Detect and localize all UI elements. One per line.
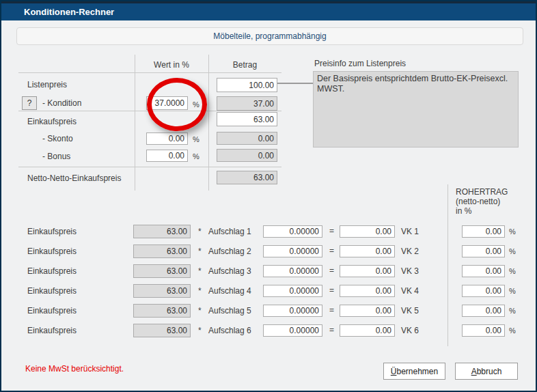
vk-label: VK 3 — [401, 266, 419, 276]
equals-sign: = — [329, 325, 334, 335]
skonto-percent-sign: % — [193, 135, 199, 143]
aufschlag-input[interactable] — [263, 324, 322, 337]
column-header-betrag: Betrag — [208, 60, 281, 70]
preisinfo-textbox: Der Basispreis entsprichtdem Brutto-EK-P… — [313, 71, 519, 148]
window-title: Konditionen-Rechner — [24, 7, 114, 17]
calc-row-3: Einkaufspreis * Aufschlag 3 = VK 3 % — [1, 264, 537, 279]
einkaufspreis-betrag-input[interactable] — [217, 112, 277, 126]
rohertrag-header-line1: ROHERTRAG — [456, 187, 508, 197]
vk-label: VK 4 — [401, 286, 419, 296]
listenpreis-betrag-input[interactable] — [217, 78, 277, 92]
kondition-wert-input[interactable] — [146, 96, 188, 110]
abbruch-label-rest: bbruch — [477, 367, 502, 376]
equals-sign: = — [329, 285, 334, 295]
vk-input[interactable] — [340, 324, 395, 337]
rohertrag-percent-sign: % — [509, 267, 516, 275]
listenpreis-connector-line — [277, 83, 314, 84]
calc-row-5: Einkaufspreis * Aufschlag 5 = VK 5 % — [1, 304, 537, 318]
rohertrag-header: ROHERTRAG (netto-netto) in % — [456, 187, 508, 216]
rohertrag-input[interactable] — [462, 245, 505, 257]
abbruch-accelerator: A — [471, 367, 477, 376]
aufschlag-input[interactable] — [263, 305, 322, 317]
aufschlag-input[interactable] — [263, 245, 322, 257]
bonus-percent-sign: % — [193, 152, 199, 160]
rohertrag-header-line3: in % — [456, 206, 508, 216]
rohertrag-input[interactable] — [462, 305, 505, 317]
rohertrag-percent-sign: % — [509, 227, 516, 236]
multiply-sign: * — [198, 286, 202, 296]
multiply-sign: * — [198, 266, 202, 276]
grid-hline-netto — [18, 167, 281, 167]
multiply-sign: * — [198, 306, 202, 316]
netto-netto-betrag-field — [217, 171, 277, 184]
skonto-betrag-field — [217, 132, 277, 145]
rohertrag-header-line2: (netto-netto) — [456, 197, 508, 206]
calc-row-1: Einkaufspreis * Aufschlag 1 = VK 1 % — [1, 225, 537, 239]
aufschlag-label: Aufschlag 3 — [208, 266, 251, 276]
program-banner: Möbelteile, programmabhängig — [16, 27, 523, 45]
calc-ek-field — [133, 225, 191, 238]
vk-input[interactable] — [340, 285, 395, 297]
rohertrag-input[interactable] — [462, 225, 505, 238]
calc-ek-label: Einkaufspreis — [27, 326, 77, 335]
kondition-percent-sign: % — [193, 100, 199, 109]
calc-ek-field — [133, 284, 191, 298]
bonus-betrag-field — [217, 149, 277, 162]
aufschlag-input[interactable] — [263, 265, 322, 277]
kondition-betrag-field — [217, 96, 277, 111]
rohertrag-input[interactable] — [462, 324, 505, 337]
vk-input[interactable] — [340, 265, 395, 277]
calc-ek-label: Einkaufspreis — [27, 247, 77, 256]
abbruch-button[interactable]: Abbruch — [455, 363, 518, 380]
column-header-wert: Wert in % — [135, 60, 208, 70]
calc-ek-field — [133, 264, 191, 278]
kondition-label: - Kondition — [42, 98, 81, 108]
rohertrag-percent-sign: % — [509, 326, 516, 335]
vk-label: VK 2 — [401, 247, 419, 256]
equals-sign: = — [329, 266, 334, 275]
listenpreis-label: Listenpreis — [27, 80, 67, 89]
aufschlag-label: Aufschlag 6 — [208, 326, 251, 335]
calc-ek-label: Einkaufspreis — [27, 306, 77, 316]
skonto-wert-input[interactable] — [146, 132, 188, 145]
einkaufspreis-label: Einkaufspreis — [27, 117, 77, 126]
vk-input[interactable] — [340, 305, 395, 317]
bonus-label: - Bonus — [42, 152, 70, 161]
uebernehmen-label-rest: bernehmen — [396, 367, 438, 376]
vk-label: VK 1 — [401, 227, 419, 236]
aufschlag-input[interactable] — [263, 285, 322, 297]
bonus-wert-input[interactable] — [146, 150, 188, 162]
vk-label: VK 5 — [401, 306, 419, 316]
aufschlag-label: Aufschlag 2 — [208, 247, 251, 256]
vk-input[interactable] — [340, 225, 395, 238]
skonto-label: - Skonto — [42, 134, 73, 143]
rohertrag-input[interactable] — [462, 285, 505, 297]
vk-label: VK 6 — [401, 326, 419, 335]
calc-ek-label: Einkaufspreis — [27, 266, 77, 276]
calc-ek-field — [133, 304, 191, 318]
banner-label: Möbelteile, programmabhängig — [213, 31, 326, 41]
rohertrag-percent-sign: % — [509, 287, 516, 295]
equals-sign: = — [329, 305, 334, 315]
grid-hline-header — [18, 72, 281, 73]
calc-ek-field — [133, 244, 191, 258]
grid-vline-wert — [135, 55, 135, 191]
calc-row-4: Einkaufspreis * Aufschlag 4 = VK 4 % — [1, 284, 537, 298]
konditionen-rechner-dialog: Konditionen-Rechner Möbelteile, programm… — [0, 0, 537, 392]
multiply-sign: * — [198, 326, 202, 335]
calc-ek-label: Einkaufspreis — [27, 286, 77, 296]
calc-row-2: Einkaufspreis * Aufschlag 2 = VK 2 % — [1, 244, 537, 259]
calc-ek-label: Einkaufspreis — [27, 227, 77, 236]
kondition-help-button[interactable]: ? — [22, 96, 37, 110]
aufschlag-input[interactable] — [263, 225, 322, 238]
preisinfo-text: Der Basispreis entsprichtdem Brutto-EK-P… — [317, 74, 508, 94]
calc-row-6: Einkaufspreis * Aufschlag 6 = VK 6 % — [1, 324, 537, 338]
rohertrag-percent-sign: % — [509, 307, 516, 315]
uebernehmen-button[interactable]: Übernehmen — [383, 363, 445, 380]
aufschlag-label: Aufschlag 1 — [208, 227, 251, 236]
vk-input[interactable] — [340, 245, 395, 257]
rohertrag-input[interactable] — [462, 265, 505, 277]
aufschlag-label: Aufschlag 5 — [208, 306, 251, 316]
netto-netto-label: Netto-Netto-Einkaufspreis — [27, 173, 121, 183]
aufschlag-label: Aufschlag 4 — [208, 286, 251, 296]
